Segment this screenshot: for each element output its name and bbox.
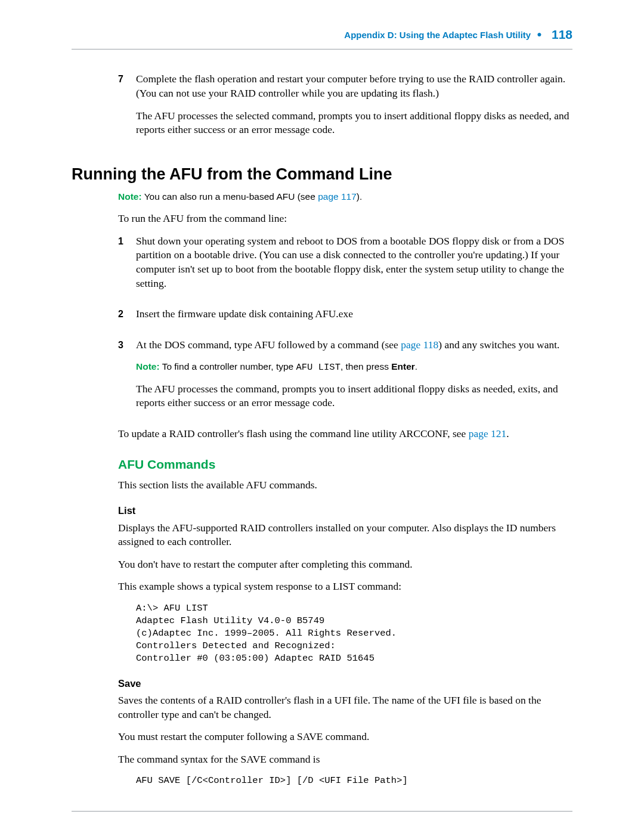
step-body: Shut down your operating system and rebo…: [136, 234, 572, 299]
page-link[interactable]: page 121: [469, 428, 507, 439]
step-body: Complete the flash operation and restart…: [136, 72, 572, 145]
running-header: Appendix D: Using the Adaptec Flash Util…: [72, 26, 572, 43]
step-body: Insert the firmware update disk containi…: [136, 307, 572, 330]
paragraph: You don't have to restart the computer a…: [118, 558, 572, 572]
list-item: 3 At the DOS command, type AFU followed …: [118, 338, 572, 419]
header-page-number: 118: [552, 27, 572, 41]
top-divider: [72, 49, 572, 49]
text-run: At the DOS command, type AFU followed by…: [136, 339, 401, 351]
paragraph: The command syntax for the SAVE command …: [118, 753, 572, 767]
paragraph: You must restart the computer following …: [118, 730, 572, 744]
note-tail: .: [415, 361, 417, 371]
paragraph: To run the AFU from the command line:: [118, 212, 572, 226]
code-block: A:\> AFU LIST Adaptec Flash Utility V4.0…: [136, 602, 572, 665]
minor-heading: Save: [118, 677, 572, 690]
note: Note: You can also run a menu-based AFU …: [118, 191, 572, 203]
text-run: .: [506, 428, 509, 439]
list-item: 2 Insert the firmware update disk contai…: [118, 307, 572, 330]
minor-heading: List: [118, 504, 572, 517]
bottom-divider: [72, 811, 572, 812]
list-item: 7 Complete the flash operation and resta…: [118, 72, 572, 145]
paragraph: Insert the firmware update disk containi…: [136, 307, 572, 321]
note-label: Note:: [118, 191, 142, 202]
document-page: Appendix D: Using the Adaptec Flash Util…: [0, 0, 644, 833]
note-tail: ).: [357, 191, 362, 202]
paragraph: Displays the AFU-supported RAID controll…: [118, 521, 572, 549]
paragraph: This example shows a typical system resp…: [118, 580, 572, 594]
header-bullet: ●: [537, 29, 541, 39]
page-link[interactable]: page 118: [401, 339, 438, 351]
subsection-heading: AFU Commands: [118, 456, 572, 473]
page-content: 7 Complete the flash operation and resta…: [118, 72, 572, 787]
code-block: AFU SAVE [/C<Controller ID>] [/D <UFI Fi…: [136, 775, 572, 787]
note-text: You can also run a menu-based AFU (see: [142, 191, 318, 202]
header-appendix-label: Appendix D: Using the Adaptec Flash Util…: [344, 30, 531, 40]
paragraph: Shut down your operating system and rebo…: [136, 234, 572, 291]
step-number: 3: [118, 338, 136, 419]
note-label: Note:: [136, 361, 160, 371]
paragraph: Saves the contents of a RAID controller'…: [118, 693, 572, 721]
text-run: To update a RAID controller's flash usin…: [118, 428, 469, 439]
step-number: 2: [118, 307, 136, 330]
step-number: 1: [118, 234, 136, 299]
paragraph: To update a RAID controller's flash usin…: [118, 427, 572, 441]
paragraph: Complete the flash operation and restart…: [136, 72, 572, 100]
inline-code: AFU LIST: [296, 362, 340, 373]
note-text: , then press: [340, 361, 391, 371]
bold-text: Enter: [391, 361, 415, 371]
note: Note: To find a controller number, type …: [136, 361, 572, 374]
step-number: 7: [118, 72, 136, 145]
step-body: At the DOS command, type AFU followed by…: [136, 338, 572, 419]
list-item: 1 Shut down your operating system and re…: [118, 234, 572, 299]
section-heading: Running the AFU from the Command Line: [72, 163, 572, 185]
text-run: ) and any switches you want.: [438, 339, 559, 351]
paragraph: The AFU processes the command, prompts y…: [136, 382, 572, 410]
page-link[interactable]: page 117: [318, 191, 357, 202]
note-text: To find a controller number, type: [160, 361, 296, 371]
paragraph: The AFU processes the selected command, …: [136, 109, 572, 137]
paragraph: At the DOS command, type AFU followed by…: [136, 338, 572, 352]
paragraph: This section lists the available AFU com…: [118, 478, 572, 493]
